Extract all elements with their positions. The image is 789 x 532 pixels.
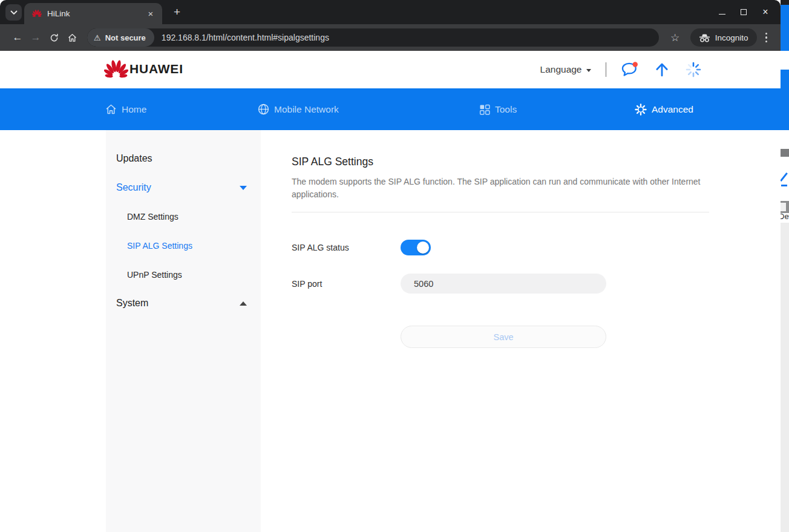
nav-tab-home[interactable]: Home <box>105 88 146 130</box>
browser-toolbar: ← → ⚠ Not secure 192.168.8.1/html/conten… <box>0 24 781 51</box>
toggle-knob <box>417 241 429 254</box>
background-blue-glyph-fragment <box>781 185 787 186</box>
sidebar-item-dmz-settings[interactable]: DMZ Settings <box>127 212 178 222</box>
browser-home-icon <box>67 33 77 43</box>
save-button[interactable]: Save <box>401 326 606 348</box>
bookmark-star-icon[interactable]: ☆ <box>666 28 684 47</box>
sidebar-item-system[interactable]: System <box>116 298 148 309</box>
nav-tab-label: Mobile Network <box>274 104 339 115</box>
page-description: The modem supports the SIP ALG function.… <box>292 176 709 201</box>
background-navbar-fragment <box>781 70 789 130</box>
address-bar[interactable]: ⚠ Not secure 192.168.8.1/html/content.ht… <box>87 28 659 47</box>
sip-port-label: SIP port <box>292 279 322 289</box>
header-divider <box>606 62 607 77</box>
tab-close-icon[interactable]: × <box>145 8 156 19</box>
url-text[interactable]: 192.168.8.1/html/content.html#sipalgsett… <box>162 33 329 42</box>
sip-alg-status-toggle[interactable] <box>401 240 431 255</box>
chat-bubble-icon <box>621 61 639 78</box>
globe-icon <box>257 103 270 116</box>
page-title: SIP ALG Settings <box>292 156 373 168</box>
tools-grid-icon <box>479 103 491 116</box>
incognito-icon <box>699 33 710 42</box>
maximize-button[interactable] <box>739 8 748 16</box>
arrow-up-icon <box>653 61 670 78</box>
sidebar-item-upnp-settings[interactable]: UPnP Settings <box>127 270 182 280</box>
background-titlebar-fragment <box>781 0 789 5</box>
chevron-down-icon <box>586 69 591 72</box>
huawei-favicon <box>32 9 42 18</box>
reload-icon <box>49 33 59 43</box>
window-controls: × <box>718 0 770 24</box>
main-navigation: Home Mobile Network <box>0 88 781 130</box>
huawei-logo-icon[interactable] <box>104 58 128 81</box>
sidebar: Updates Security DMZ Settings SIP ALG Se… <box>106 130 261 532</box>
feedback-button[interactable] <box>621 61 639 78</box>
sip-port-input[interactable] <box>401 274 606 294</box>
loading-spinner-icon <box>685 61 702 78</box>
upload-button[interactable] <box>653 61 670 78</box>
nav-tab-mobile-network[interactable]: Mobile Network <box>257 88 339 130</box>
back-button[interactable]: ← <box>8 28 27 47</box>
incognito-badge: Incognito <box>690 28 757 47</box>
chevron-down-icon <box>10 10 18 15</box>
nav-tab-label: Advanced <box>652 104 693 115</box>
hilink-page: HUAWEI Language <box>0 51 781 532</box>
background-white-fragment <box>781 51 789 70</box>
forward-button[interactable]: → <box>27 28 45 47</box>
chevron-up-icon[interactable] <box>240 301 247 306</box>
background-slider-knob-fragment <box>781 203 786 211</box>
browser-menu-button[interactable] <box>765 33 768 43</box>
warning-icon: ⚠ <box>94 33 101 42</box>
header-actions: Language <box>540 51 702 88</box>
home-icon <box>105 103 117 116</box>
background-text-fragment: Device <box>781 212 789 221</box>
nav-tab-label: Tools <box>495 104 517 115</box>
nav-tab-tools[interactable]: Tools <box>479 88 517 130</box>
background-blue-fragment <box>781 5 789 51</box>
incognito-label: Incognito <box>715 33 748 42</box>
page-body: Updates Security DMZ Settings SIP ALG Se… <box>0 130 781 532</box>
sidebar-item-security[interactable]: Security <box>116 182 151 193</box>
tab-strip: HiLink × + × <box>0 0 781 24</box>
sip-alg-status-label: SIP ALG status <box>292 243 349 252</box>
minimize-button[interactable] <box>718 8 726 16</box>
language-label: Language <box>540 64 582 75</box>
site-security-chip[interactable]: ⚠ Not secure <box>87 28 154 47</box>
reload-button[interactable] <box>45 28 63 47</box>
site-header: HUAWEI Language <box>0 51 781 88</box>
screen: HiLink × + × ← → <box>0 0 789 532</box>
sidebar-item-sip-alg-settings[interactable]: SIP ALG Settings <box>127 241 192 251</box>
tab-title: HiLink <box>47 9 145 18</box>
minimize-icon <box>719 10 725 15</box>
sidebar-item-updates[interactable]: Updates <box>116 153 152 164</box>
new-tab-button[interactable]: + <box>169 5 185 20</box>
section-divider <box>292 212 709 212</box>
maximize-icon <box>741 9 747 15</box>
close-button[interactable]: × <box>761 8 770 16</box>
chevron-down-icon[interactable] <box>240 186 247 190</box>
nav-tab-advanced[interactable]: Advanced <box>634 88 693 130</box>
brand-name: HUAWEI <box>129 62 183 76</box>
tab-hilink[interactable]: HiLink × <box>24 3 162 24</box>
background-scrollbar-thumb <box>781 149 789 157</box>
language-dropdown[interactable]: Language <box>540 64 591 75</box>
security-label: Not secure <box>105 33 146 42</box>
browser-window: HiLink × + × ← → <box>0 0 781 532</box>
background-window-sliver: Device <box>781 0 789 532</box>
content-panel: SIP ALG Settings The modem supports the … <box>261 130 781 532</box>
nav-tab-label: Home <box>122 104 146 115</box>
browser-home-button[interactable] <box>63 28 81 47</box>
gear-icon <box>634 103 647 116</box>
tab-search-button[interactable] <box>5 4 22 21</box>
